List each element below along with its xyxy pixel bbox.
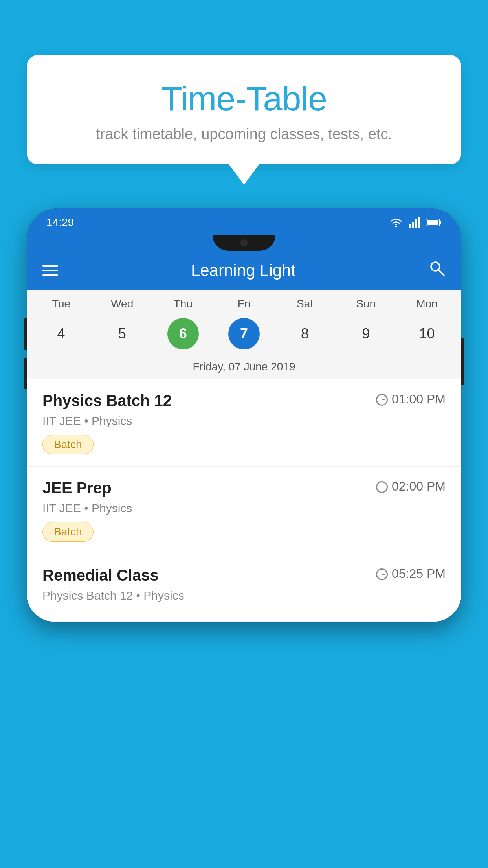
class-item-1[interactable]: Physics Batch 12 01:00 PM IIT JEE • Phys…	[27, 379, 461, 467]
date-8[interactable]: 8	[289, 318, 321, 349]
calendar-days-header: Tue Wed Thu Fri Sat Sun Mon	[27, 290, 461, 314]
class-1-time-text: 01:00 PM	[392, 392, 446, 406]
menu-line-2	[42, 270, 58, 271]
speech-bubble: Time-Table track timetable, upcoming cla…	[27, 55, 461, 164]
class-2-badge: Batch	[42, 522, 94, 542]
class-1-name: Physics Batch 12	[42, 392, 172, 410]
speech-bubble-container: Time-Table track timetable, upcoming cla…	[27, 55, 461, 164]
signal-icon	[409, 217, 420, 228]
status-bar: 14:29	[27, 208, 461, 235]
date-5[interactable]: 5	[106, 318, 138, 349]
wifi-icon	[389, 217, 403, 228]
class-item-2-header: JEE Prep 02:00 PM	[42, 479, 446, 497]
class-item-2[interactable]: JEE Prep 02:00 PM IIT JEE • Physics Batc…	[27, 467, 461, 554]
class-3-time-text: 05:25 PM	[392, 566, 446, 581]
selected-date-label: Friday, 07 June 2019	[27, 357, 461, 379]
svg-rect-1	[409, 224, 411, 228]
class-item-1-header: Physics Batch 12 01:00 PM	[42, 392, 446, 410]
menu-line-1	[42, 265, 58, 267]
class-3-time: 05:25 PM	[376, 566, 446, 581]
day-fri: Fri	[228, 298, 260, 310]
svg-rect-2	[412, 222, 414, 228]
class-2-name: JEE Prep	[42, 479, 112, 497]
calendar-section: Tue Wed Thu Fri Sat Sun Mon 4 5 6 7 8 9 …	[27, 290, 461, 379]
date-6[interactable]: 6	[167, 318, 199, 349]
status-time: 14:29	[46, 216, 74, 229]
day-tue: Tue	[46, 298, 77, 310]
phone-container: 14:29	[27, 208, 461, 868]
class-1-time: 01:00 PM	[376, 392, 446, 406]
volume-up-button[interactable]	[24, 318, 27, 350]
menu-line-3	[42, 274, 58, 276]
class-item-3[interactable]: Remedial Class 05:25 PM Physics Batch 12…	[27, 554, 461, 622]
volume-down-button[interactable]	[24, 358, 27, 389]
date-4[interactable]: 4	[46, 318, 77, 349]
app-subtitle: track timetable, upcoming classes, tests…	[46, 126, 442, 143]
class-list: Physics Batch 12 01:00 PM IIT JEE • Phys…	[27, 379, 461, 622]
class-1-subtitle: IIT JEE • Physics	[42, 414, 446, 428]
day-sat: Sat	[289, 298, 321, 310]
class-2-time: 02:00 PM	[376, 479, 446, 494]
phone-wrapper: 14:29	[27, 208, 461, 622]
app-bar: Learning Light	[27, 251, 461, 290]
class-1-badge: Batch	[42, 435, 94, 454]
svg-rect-6	[440, 221, 441, 224]
day-sun: Sun	[350, 298, 382, 310]
class-3-subtitle: Physics Batch 12 • Physics	[42, 589, 446, 602]
day-mon: Mon	[411, 298, 442, 310]
search-button[interactable]	[428, 259, 446, 281]
class-3-name: Remedial Class	[42, 566, 159, 584]
date-9[interactable]: 9	[350, 318, 382, 349]
class-2-time-text: 02:00 PM	[392, 479, 446, 494]
class-item-3-header: Remedial Class 05:25 PM	[42, 566, 446, 584]
app-bar-title: Learning Light	[191, 261, 295, 280]
date-7[interactable]: 7	[228, 318, 260, 349]
day-wed: Wed	[106, 298, 138, 310]
svg-rect-4	[418, 217, 420, 228]
date-10[interactable]: 10	[411, 318, 442, 349]
status-icons	[389, 217, 442, 228]
battery-icon	[426, 218, 442, 227]
notch-area	[27, 235, 461, 251]
class-2-subtitle: IIT JEE • Physics	[42, 502, 446, 515]
clock-icon-2	[376, 481, 388, 493]
camera	[240, 239, 248, 246]
day-thu: Thu	[167, 298, 199, 310]
phone-frame: 14:29	[27, 208, 461, 622]
svg-rect-7	[427, 220, 438, 225]
power-button[interactable]	[461, 338, 464, 385]
notch	[213, 235, 275, 251]
app-title: Time-Table	[46, 79, 442, 119]
clock-icon-1	[376, 394, 388, 406]
menu-button[interactable]	[42, 265, 58, 276]
svg-line-9	[438, 270, 444, 275]
calendar-dates-row: 4 5 6 7 8 9 10	[27, 314, 461, 357]
clock-icon-3	[376, 568, 388, 580]
svg-point-0	[395, 226, 397, 228]
svg-rect-3	[415, 219, 417, 228]
